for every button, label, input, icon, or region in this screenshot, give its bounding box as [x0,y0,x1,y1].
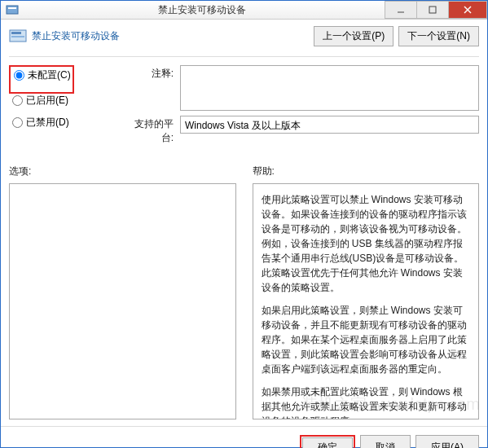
comment-label: 注释: [123,65,180,111]
options-label: 选项: [9,165,236,178]
close-button[interactable] [448,1,487,19]
help-box[interactable]: 使用此策略设置可以禁止 Windows 安装可移动设备。如果设备连接到的设备的驱… [253,183,480,419]
options-column: 选项: [9,165,236,419]
radio-enabled-label: 已启用(E) [26,94,68,108]
svg-rect-1 [8,7,16,9]
svg-rect-0 [7,6,18,14]
previous-setting-button[interactable]: 上一个设置(P) [314,26,393,46]
radio-disabled-input[interactable] [12,117,23,128]
window-title: 禁止安装可移动设备 [19,3,385,17]
radio-disabled[interactable]: 已禁用(D) [9,116,123,130]
header-row: 禁止安装可移动设备 上一个设置(P) 下一个设置(N) [9,26,479,57]
options-box [9,183,236,419]
state-radios: 未配置(C) 已启用(E) 已禁用(D) [9,65,123,150]
cancel-button[interactable]: 取消 [360,435,411,448]
radio-enabled[interactable]: 已启用(E) [9,94,123,108]
mid-row: 选项: 帮助: 使用此策略设置可以禁止 Windows 安装可移动设备。如果设备… [9,165,479,419]
policy-icon [9,29,27,45]
help-paragraph-2: 如果启用此策略设置，则禁止 Windows 安装可移动设备，并且不能更新现有可移… [262,303,471,376]
footer: 确定 取消 应用(A) [1,426,487,448]
help-paragraph-1: 使用此策略设置可以禁止 Windows 安装可移动设备。如果设备连接到的设备的驱… [262,192,471,295]
highlight-ok: 确定 [300,435,355,448]
radio-not-configured[interactable]: 未配置(C) [11,68,71,82]
radio-not-configured-label: 未配置(C) [28,68,71,82]
window-controls [385,1,487,19]
svg-rect-8 [11,36,24,37]
ok-button[interactable]: 确定 [302,437,353,448]
titlebar: 禁止安装可移动设备 [1,1,487,20]
comment-textarea[interactable] [180,65,479,111]
highlight-not-configured: 未配置(C) [9,65,74,94]
svg-rect-3 [429,7,436,13]
radio-enabled-input[interactable] [12,95,23,106]
platform-value: Windows Vista 及以上版本 [180,116,479,134]
maximize-button[interactable] [416,1,449,19]
policy-dialog: 禁止安装可移动设备 禁止安装可移动设备 上一个设置(P) 下一个设置(N) 未配… [0,0,488,448]
radio-disabled-label: 已禁用(D) [26,116,69,130]
radio-not-configured-input[interactable] [14,70,24,81]
comment-row: 注释: [123,65,479,111]
config-row: 未配置(C) 已启用(E) 已禁用(D) 注释: 支持的平台 [9,57,479,150]
page-title: 禁止安装可移动设备 [32,29,309,43]
app-icon [6,3,19,16]
next-setting-button[interactable]: 下一个设置(N) [398,26,479,46]
apply-button[interactable]: 应用(A) [415,435,479,448]
help-label: 帮助: [253,165,480,178]
comment-column: 注释: 支持的平台: Windows Vista 及以上版本 [123,65,479,150]
help-column: 帮助: 使用此策略设置可以禁止 Windows 安装可移动设备。如果设备连接到的… [253,165,480,419]
platform-row: 支持的平台: Windows Vista 及以上版本 [123,116,479,145]
svg-rect-7 [11,32,21,34]
platform-label: 支持的平台: [123,116,180,145]
minimize-button[interactable] [385,1,417,19]
content-area: 禁止安装可移动设备 上一个设置(P) 下一个设置(N) 未配置(C) 已启用(E… [1,20,487,426]
help-paragraph-3: 如果禁用或未配置此策略设置，则 Windows 根据其他允许或禁止策略设置来安装… [262,384,471,419]
